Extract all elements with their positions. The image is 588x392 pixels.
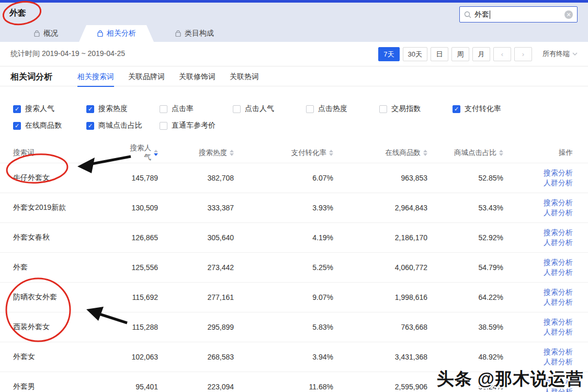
sort-icon[interactable] bbox=[499, 150, 503, 156]
filter-click-popularity[interactable]: 点击人气 bbox=[233, 104, 306, 114]
page-header: 外套 外套 bbox=[0, 3, 588, 25]
checkbox-icon[interactable] bbox=[13, 105, 21, 113]
subtab-related-brand-words[interactable]: 关联品牌词 bbox=[128, 72, 165, 87]
search-value: 外套 bbox=[474, 10, 489, 19]
checkbox-icon[interactable] bbox=[86, 122, 94, 130]
range-day-button[interactable]: 日 bbox=[431, 47, 448, 61]
tab-overview[interactable]: 概况 bbox=[19, 25, 73, 42]
table-row: 外套女春秋 126,865 305,640 4.19% 2,186,170 52… bbox=[0, 222, 588, 252]
filter-online-products[interactable]: 在线商品数 bbox=[13, 121, 86, 130]
stats-time: 统计时间 2019-04-19 ~ 2019-04-25 bbox=[10, 49, 125, 59]
audience-analysis-link[interactable]: 人群分析 bbox=[503, 238, 573, 248]
bag-icon bbox=[97, 30, 104, 37]
table-row: 外套男 95,401 223,094 11.68% 2,595,906 56.2… bbox=[0, 372, 588, 392]
section-title: 相关词分析 bbox=[10, 72, 52, 82]
search-analysis-link[interactable]: 搜索分析 bbox=[503, 287, 573, 297]
table-row: 防晒衣女外套 115,692 277,161 9.07% 1,998,616 6… bbox=[0, 282, 588, 312]
subtabs: 相关搜索词 关联品牌词 关联修饰词 关联热词 bbox=[77, 72, 259, 87]
filter-mall-click-share[interactable]: 商城点击占比 bbox=[86, 121, 160, 130]
filter-search-popularity[interactable]: 搜索人气 bbox=[13, 104, 86, 114]
sort-icon[interactable] bbox=[329, 150, 333, 156]
chevron-down-icon bbox=[572, 52, 578, 55]
checkbox-icon[interactable] bbox=[379, 105, 387, 113]
audience-analysis-link[interactable]: 人群分析 bbox=[503, 297, 573, 307]
subtab-related-search-words[interactable]: 相关搜索词 bbox=[77, 72, 114, 87]
keyword-cell: 西装外套女 bbox=[13, 322, 126, 332]
checkbox-icon[interactable] bbox=[453, 105, 460, 113]
tab-related-analysis[interactable]: 相关分析 bbox=[79, 25, 154, 42]
search-analysis-link[interactable]: 搜索分析 bbox=[503, 228, 573, 238]
col-actions: 操作 bbox=[503, 148, 573, 158]
terminal-dropdown[interactable]: 所有终端 bbox=[542, 49, 578, 59]
keyword-cell: 外套女春秋 bbox=[13, 233, 126, 242]
col-online-products[interactable]: 在线商品数 bbox=[333, 148, 427, 158]
range-30d-button[interactable]: 30天 bbox=[403, 47, 427, 61]
next-period-button[interactable]: › bbox=[514, 47, 532, 61]
filter-pay-conversion[interactable]: 支付转化率 bbox=[453, 104, 526, 114]
range-month-button[interactable]: 月 bbox=[472, 47, 490, 61]
audience-analysis-link[interactable]: 人群分析 bbox=[503, 387, 573, 392]
filter-click-rate[interactable]: 点击率 bbox=[160, 104, 233, 114]
table-row: 外套 125,556 273,442 5.25% 4,060,772 54.79… bbox=[0, 252, 588, 282]
audience-analysis-link[interactable]: 人群分析 bbox=[503, 178, 573, 188]
col-mall-click-share[interactable]: 商城点击占比 bbox=[427, 148, 503, 158]
bag-icon bbox=[33, 30, 40, 37]
checkbox-icon[interactable] bbox=[13, 122, 21, 130]
text-caret bbox=[490, 10, 490, 19]
table-row: 西装外套女 115,288 295,899 5.83% 763,668 38.5… bbox=[0, 312, 588, 342]
table-row: 牛仔外套女 145,789 382,708 6.07% 963,853 52.8… bbox=[0, 163, 588, 193]
keyword-cell: 防晒衣女外套 bbox=[13, 293, 126, 302]
clear-search-icon[interactable] bbox=[564, 10, 573, 19]
page-title: 外套 bbox=[9, 8, 26, 19]
audience-analysis-link[interactable]: 人群分析 bbox=[503, 357, 573, 367]
checkbox-icon[interactable] bbox=[233, 105, 241, 113]
col-search-heat[interactable]: 搜索热度 bbox=[158, 148, 234, 158]
keyword-cell: 外套 bbox=[13, 263, 126, 272]
filter-search-heat[interactable]: 搜索热度 bbox=[86, 104, 160, 114]
search-analysis-link[interactable]: 搜索分析 bbox=[503, 198, 573, 208]
search-analysis-link[interactable]: 搜索分析 bbox=[503, 317, 573, 327]
sort-icon[interactable] bbox=[423, 150, 427, 156]
checkbox-icon[interactable] bbox=[86, 105, 94, 113]
table-row: 外套女2019新款 130,509 333,387 3.93% 2,964,84… bbox=[0, 193, 588, 222]
keyword-cell: 牛仔外套女 bbox=[13, 173, 126, 183]
keyword-cell: 外套男 bbox=[13, 382, 126, 391]
subtab-related-modifier-words[interactable]: 关联修饰词 bbox=[179, 72, 216, 87]
col-keyword: 搜索词 bbox=[13, 148, 126, 158]
audience-analysis-link[interactable]: 人群分析 bbox=[503, 208, 573, 218]
filter-click-heat[interactable]: 点击热度 bbox=[306, 104, 379, 114]
sort-icon[interactable] bbox=[154, 150, 158, 156]
main-tabs: 概况 相关分析 类目构成 bbox=[0, 25, 588, 42]
audience-analysis-link[interactable]: 人群分析 bbox=[503, 327, 573, 337]
keyword-cell: 外套女 bbox=[13, 352, 126, 362]
search-input[interactable]: 外套 bbox=[459, 6, 578, 23]
checkbox-icon[interactable] bbox=[160, 105, 167, 113]
range-7d-button[interactable]: 7天 bbox=[378, 47, 399, 61]
col-pay-conversion[interactable]: 支付转化率 bbox=[234, 148, 333, 158]
search-analysis-link[interactable]: 搜索分析 bbox=[503, 168, 573, 178]
filter-transaction-index[interactable]: 交易指数 bbox=[379, 104, 453, 114]
table-header: 搜索词 搜索人气 搜索热度 支付转化率 在线商品数 商城点击占比 操作 bbox=[0, 143, 588, 163]
tab-category-composition[interactable]: 类目构成 bbox=[160, 25, 229, 42]
checkbox-icon[interactable] bbox=[306, 105, 314, 113]
metric-filters: 搜索人气 搜索热度 点击率 点击人气 点击热度 交易指数 支付转化率 在线商品数… bbox=[0, 86, 588, 143]
prev-period-button[interactable]: ‹ bbox=[493, 47, 511, 61]
sort-icon[interactable] bbox=[230, 150, 234, 156]
search-analysis-link[interactable]: 搜索分析 bbox=[503, 347, 573, 357]
subtab-related-hot-words[interactable]: 关联热词 bbox=[230, 72, 259, 87]
search-analysis-link[interactable]: 搜索分析 bbox=[503, 377, 573, 387]
table-row: 外套女 102,063 268,583 3.94% 3,431,368 48.9… bbox=[0, 342, 588, 372]
search-icon bbox=[464, 11, 471, 18]
audience-analysis-link[interactable]: 人群分析 bbox=[503, 267, 573, 277]
col-search-popularity[interactable]: 搜索人气 bbox=[126, 143, 158, 162]
keyword-cell: 外套女2019新款 bbox=[13, 203, 126, 212]
checkbox-icon[interactable] bbox=[160, 122, 167, 130]
toolbar: 统计时间 2019-04-19 ~ 2019-04-25 7天 30天 日 周 … bbox=[0, 42, 588, 66]
related-words-section-header: 相关词分析 相关搜索词 关联品牌词 关联修饰词 关联热词 bbox=[0, 66, 588, 86]
search-analysis-link[interactable]: 搜索分析 bbox=[503, 257, 573, 267]
filter-ztc-reference-price[interactable]: 直通车参考价 bbox=[160, 121, 233, 130]
range-week-button[interactable]: 周 bbox=[451, 47, 469, 61]
bag-icon bbox=[175, 30, 182, 37]
